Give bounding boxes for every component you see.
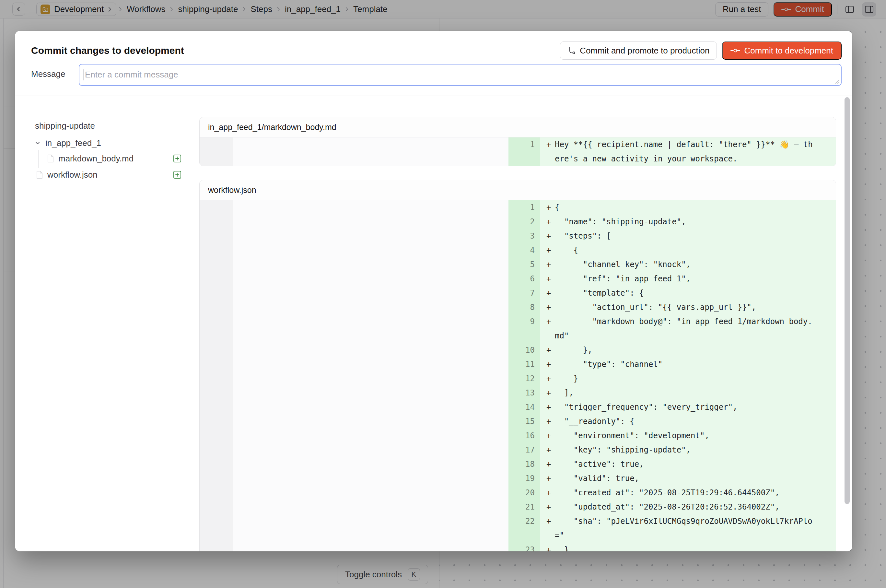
diff-line-row: 7 + "template": { (199, 286, 836, 300)
new-line-number: 22 (508, 514, 540, 543)
git-branch-icon (567, 46, 576, 55)
old-line-content (233, 400, 508, 414)
new-line-number: 20 (508, 486, 540, 500)
added-line: + } (540, 372, 836, 386)
old-line-number-gutter (199, 429, 233, 443)
tree-root-workflow[interactable]: shipping-update (35, 119, 187, 132)
diff-add-marker: + (540, 471, 555, 486)
diff-line-row: 17 + "key": "shipping-update", (199, 443, 836, 457)
code-text: }, (555, 343, 813, 357)
commit-icon (730, 48, 740, 53)
added-line: + "sha": "pJeLVir6xIlUCMGqs9qroZoUAVDSwA… (540, 514, 836, 543)
code-text: ], (555, 386, 813, 400)
commit-and-promote-button[interactable]: Commit and promote to production (560, 42, 717, 60)
code-text: "sha": "pJeLVir6xIlUCMGqs9qroZoUAVDSwA0y… (555, 514, 813, 543)
new-line-number: 5 (508, 257, 540, 272)
old-line-number-gutter (199, 400, 233, 414)
diff-add-marker: + (540, 543, 555, 551)
diff-line-row: 8 + "action_url": "{{ vars.app_url }}", (199, 300, 836, 314)
added-line: + "created_at": "2025-08-25T19:29:46.644… (540, 486, 836, 500)
code-text: "channel_key": "knock", (555, 257, 813, 272)
tree-folder-in-app-feed[interactable]: in_app_feed_1 (35, 135, 187, 150)
diff-add-marker: + (540, 138, 555, 152)
commit-to-development-button[interactable]: Commit to development (722, 42, 842, 60)
old-line-number-gutter (199, 243, 233, 257)
new-line-number: 10 (508, 343, 540, 357)
file-added-icon (173, 154, 181, 163)
diff-card-markdown-body: in_app_feed_1/markdown_body.md 1 + Hey *… (199, 117, 836, 166)
diff-line-row: 2 + "name": "shipping-update", (199, 214, 836, 229)
diff-add-marker: + (540, 229, 555, 243)
diff-line-row: 10 + }, (199, 343, 836, 357)
code-text: "steps": [ (555, 229, 813, 243)
old-line-content (233, 314, 508, 343)
diff-add-marker: + (540, 457, 555, 471)
old-line-number-gutter (199, 200, 233, 214)
tree-file-markdown-body[interactable]: markdown_body.md (35, 150, 181, 166)
new-line-number: 7 (508, 286, 540, 300)
modal-scrollbar-thumb[interactable] (844, 97, 850, 504)
old-line-content (233, 372, 508, 386)
file-added-icon (173, 171, 181, 179)
added-line: + "active": true, (540, 457, 836, 471)
new-line-number: 18 (508, 457, 540, 471)
added-line: + "name": "shipping-update", (540, 214, 836, 229)
chevron-down-icon[interactable] (34, 140, 41, 146)
diff-line-row: 12 + } (199, 372, 836, 386)
new-line-number: 21 (508, 500, 540, 514)
old-line-content (233, 257, 508, 272)
modal-header: Commit changes to development Commit and… (15, 31, 852, 96)
new-line-number: 23 (508, 543, 540, 551)
old-line-number-gutter (199, 272, 233, 286)
diff-add-marker: + (540, 286, 555, 300)
old-line-number-gutter (199, 257, 233, 272)
diff-add-marker: + (540, 200, 555, 214)
tree-file-label: workflow.json (47, 170, 97, 180)
diff-add-marker: + (540, 372, 555, 386)
code-text: "updated_at": "2025-08-26T20:26:52.36400… (555, 500, 813, 514)
code-text: Hey **{{ recipient.name | default: "ther… (555, 138, 813, 166)
diff-line-row: 11 + "type": "channel" (199, 357, 836, 372)
code-text: } (555, 372, 813, 386)
old-line-content (233, 457, 508, 471)
old-line-number-gutter (199, 443, 233, 457)
tree-file-label: markdown_body.md (58, 154, 133, 164)
changed-files-tree: shipping-update in_app_feed_1 markdown_b… (15, 96, 187, 551)
tree-guide-line (38, 150, 39, 168)
code-text: "environment": "development", (555, 429, 813, 443)
old-line-content (233, 514, 508, 543)
diff-add-marker: + (540, 343, 555, 357)
old-line-number-gutter (199, 372, 233, 386)
old-line-number-gutter (199, 414, 233, 429)
modal-title: Commit changes to development (31, 45, 560, 56)
old-line-number-gutter (199, 500, 233, 514)
old-line-content (233, 471, 508, 486)
added-line: + "template": { (540, 286, 836, 300)
diff-filename: in_app_feed_1/markdown_body.md (199, 117, 836, 138)
old-line-number-gutter (199, 214, 233, 229)
diff-add-marker: + (540, 272, 555, 286)
diff-line-row: 1 + Hey **{{ recipient.name | default: "… (199, 138, 836, 166)
text-caret (84, 69, 84, 80)
new-line-number: 12 (508, 372, 540, 386)
diff-line-row: 3 + "steps": [ (199, 229, 836, 243)
old-line-number-gutter (199, 300, 233, 314)
diff-line-row: 1 + { (199, 200, 836, 214)
diff-line-row: 21 + "updated_at": "2025-08-26T20:26:52.… (199, 500, 836, 514)
resize-grip-icon[interactable] (834, 78, 840, 84)
tree-folder-label: in_app_feed_1 (45, 138, 101, 148)
diff-line-row: 14 + "trigger_frequency": "every_trigger… (199, 400, 836, 414)
diff-line-row: 13 + ], (199, 386, 836, 400)
code-text: "key": "shipping-update", (555, 443, 813, 457)
message-placeholder: Enter a commit message (85, 70, 178, 80)
added-line: + "valid": true, (540, 471, 836, 486)
old-line-number-gutter (199, 457, 233, 471)
added-line: + "trigger_frequency": "every_trigger", (540, 400, 836, 414)
new-line-number: 2 (508, 214, 540, 229)
new-line-number: 15 (508, 414, 540, 429)
tree-file-workflow-json[interactable]: workflow.json (35, 166, 181, 183)
old-line-content (233, 200, 508, 214)
commit-message-input[interactable]: Enter a commit message (79, 64, 842, 86)
commit-modal: Commit changes to development Commit and… (15, 31, 852, 551)
code-text: "markdown_body@": "in_app_feed_1/markdow… (555, 314, 813, 343)
